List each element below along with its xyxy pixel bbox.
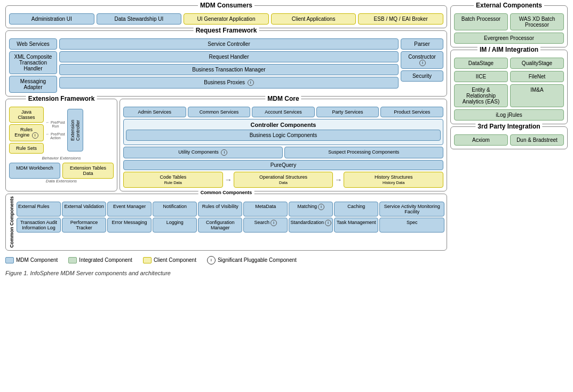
request-framework-section: Request Framework Web Services XML Compo… bbox=[5, 30, 447, 97]
rf-right: Parser Constructor i Security bbox=[401, 38, 443, 93]
java-classes-box: Java Classes bbox=[9, 107, 44, 123]
logging-box: Logging bbox=[153, 218, 197, 233]
constructor-box: Constructor i bbox=[401, 51, 443, 69]
web-services-box: Web Services bbox=[9, 38, 57, 50]
legend-integrated: Integrated Component bbox=[68, 257, 132, 263]
controller-components-label: Controller Components bbox=[126, 122, 441, 128]
third-party-title: 3rd Party Integration bbox=[475, 123, 542, 130]
left-panel: MDM Consumers Administration UI Data Ste… bbox=[5, 5, 447, 276]
im-aim-title: IM / AIM Integration bbox=[477, 46, 540, 53]
client-apps-box: Client Applications bbox=[271, 13, 356, 25]
legend: MDM Component Integrated Component Clien… bbox=[5, 256, 447, 265]
main-container: MDM Consumers Administration UI Data Ste… bbox=[5, 5, 568, 276]
caching-box: Caching bbox=[334, 202, 378, 217]
utility-components-box: Utility Components i bbox=[123, 147, 283, 158]
rules-visibility-box: Rules of Visibility bbox=[198, 202, 242, 217]
arrow1: → bbox=[225, 172, 232, 188]
evergreen-processor-box: Evergreen Processor bbox=[454, 33, 564, 44]
account-services-box: Account Services bbox=[252, 107, 315, 117]
history-structures-box: History StructuresHistory Data bbox=[344, 172, 443, 188]
trans-audit-box: Transaction Audit Information Log bbox=[17, 218, 61, 233]
rules-engine-box: Rules Engine i bbox=[9, 124, 44, 141]
external-rules-box: External Rules bbox=[17, 202, 61, 217]
external-components-grid: Batch Processor WAS XD Batch Processor bbox=[454, 13, 564, 30]
config-manager-box: Configuration Manager bbox=[198, 218, 242, 233]
figure-caption: Figure 1. InfoSphere MDM Server componen… bbox=[5, 270, 447, 276]
arrow2: → bbox=[335, 172, 342, 188]
admin-ui-box: Administration UI bbox=[9, 13, 94, 25]
matching-spc: i bbox=[318, 204, 324, 210]
request-framework-title: Request Framework bbox=[194, 27, 259, 34]
legend-mdm-box bbox=[5, 257, 14, 263]
operational-structures-box: Operational StructuresData bbox=[234, 172, 333, 188]
external-components-title: External Components bbox=[474, 2, 544, 9]
common-components-title: Common Components bbox=[198, 190, 254, 195]
datastage-box: DataStage bbox=[454, 58, 508, 69]
search-spc: i bbox=[270, 220, 277, 226]
re-spc-badge: i bbox=[32, 132, 38, 139]
rf-inner: Web Services XML Composite Transaction H… bbox=[9, 38, 443, 93]
common-services-box: Common Services bbox=[188, 107, 251, 117]
perf-tracker-box: Performance Tracker bbox=[62, 218, 106, 233]
legend-integrated-box bbox=[68, 257, 77, 263]
ima-box: IM&A bbox=[510, 84, 564, 107]
external-validation-box: External Validation bbox=[62, 202, 106, 217]
cc-row2: Transaction Audit Information Log Perfor… bbox=[17, 218, 444, 233]
business-logic-box: Business Logic Components bbox=[126, 130, 441, 141]
was-xd-box: WAS XD Batch Processor bbox=[510, 13, 564, 30]
iice-box: IICE bbox=[454, 71, 508, 82]
mc-services-row: Admin Services Common Services Account S… bbox=[123, 107, 443, 117]
controller-components-container: Controller Components Business Logic Com… bbox=[123, 119, 443, 145]
rule-sets-box: Rule Sets bbox=[9, 143, 44, 154]
legend-mdm: MDM Component bbox=[5, 257, 58, 263]
qualitystage-box: QualityStage bbox=[510, 58, 564, 69]
legend-spc: i Significant Pluggable Component bbox=[207, 256, 297, 265]
entity-analytics-box: Entity & Relationship Analytics (EAS) bbox=[454, 84, 508, 107]
data-stewardship-box: Data Stewardship UI bbox=[97, 13, 182, 25]
im-aim-section: IM / AIM Integration DataStage QualitySt… bbox=[450, 50, 568, 124]
legend-mdm-label: MDM Component bbox=[16, 257, 58, 263]
constructor-spc-badge: i bbox=[419, 60, 426, 66]
pre-post-action-label: ← Pre/PostAction bbox=[46, 132, 65, 140]
samf-box: Service Activity Monitoring Facility bbox=[379, 202, 444, 217]
consumers-row: Administration UI Data Stewardship UI UI… bbox=[9, 13, 443, 25]
spec-box: Spec bbox=[379, 218, 444, 233]
legend-integrated-label: Integrated Component bbox=[79, 257, 132, 263]
bp-spc-badge: i bbox=[248, 79, 254, 86]
btm-box: Business Transaction Manager bbox=[59, 64, 399, 75]
mdm-core-title: MDM Core bbox=[265, 95, 301, 102]
third-party-grid: Acxiom Dun & Bradstreet bbox=[454, 134, 564, 146]
middle-section: Extension Framework Java Classes Rules E… bbox=[5, 99, 447, 191]
code-tables-box: Code TablesRule Data bbox=[123, 172, 223, 188]
search-box: Searchi bbox=[243, 218, 288, 233]
common-components-section: Common Components Common Components Exte… bbox=[5, 194, 447, 251]
mdm-workbench-box: MDM Workbench bbox=[9, 163, 60, 179]
ef-controller-col: Extension Controller bbox=[67, 107, 83, 154]
mc-data-row: Code TablesRule Data → Operational Struc… bbox=[123, 172, 443, 188]
event-manager-box: Event Manager bbox=[107, 202, 152, 217]
ilog-jrules-box: iLog jRules bbox=[454, 109, 564, 121]
standardization-box: Standardizationi bbox=[289, 218, 333, 233]
uc-spc-badge: i bbox=[221, 149, 227, 156]
suspect-processing-box: Suspect Processing Components bbox=[284, 147, 444, 158]
legend-spc-label: Significant Pluggable Component bbox=[218, 257, 297, 263]
mc-utility-row: Utility Components i Suspect Processing … bbox=[123, 147, 443, 158]
dun-bradstreet-box: Dun & Bradstreet bbox=[510, 134, 564, 146]
std-spc: i bbox=[325, 220, 331, 226]
batch-processor-box: Batch Processor bbox=[454, 13, 508, 30]
esb-mq-box: ESB / MQ / EAI Broker bbox=[358, 13, 443, 25]
extension-framework-title: Extension Framework bbox=[26, 95, 97, 102]
purequery-box: PureQuery bbox=[123, 160, 443, 170]
legend-spc-icon: i bbox=[207, 256, 216, 265]
mdm-core-section: MDM Core Admin Services Common Services … bbox=[120, 99, 447, 191]
extension-controller-box: Extension Controller bbox=[67, 109, 83, 151]
third-party-section: 3rd Party Integration Acxiom Dun & Brads… bbox=[450, 126, 568, 149]
rf-left: Web Services XML Composite Transaction H… bbox=[9, 38, 57, 93]
acxiom-box: Acxiom bbox=[454, 134, 508, 146]
notification-box: Notification bbox=[153, 202, 197, 217]
ef-top: Java Classes Rules Engine i Rule Sets ← … bbox=[9, 107, 114, 154]
party-services-box: Party Services bbox=[316, 107, 379, 117]
legend-client: Client Component bbox=[143, 257, 196, 263]
ef-bottom: MDM Workbench Extension Tables Data bbox=[9, 163, 114, 179]
matching-box: Matchingi bbox=[289, 202, 333, 217]
